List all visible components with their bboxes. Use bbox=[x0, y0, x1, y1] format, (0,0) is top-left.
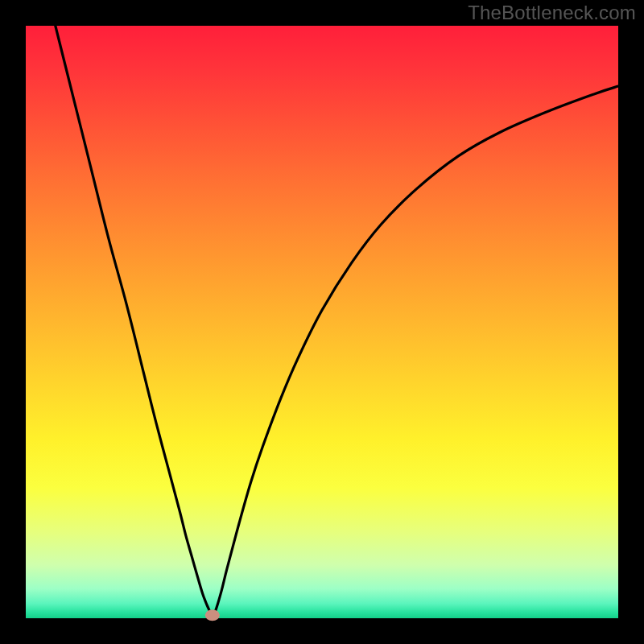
plot-area bbox=[26, 26, 618, 618]
watermark-text: TheBottleneck.com bbox=[468, 2, 636, 24]
chart-container: TheBottleneck.com bbox=[0, 0, 644, 644]
bottleneck-curve bbox=[56, 26, 618, 615]
chart-svg bbox=[26, 26, 618, 618]
minimum-marker bbox=[205, 609, 220, 621]
